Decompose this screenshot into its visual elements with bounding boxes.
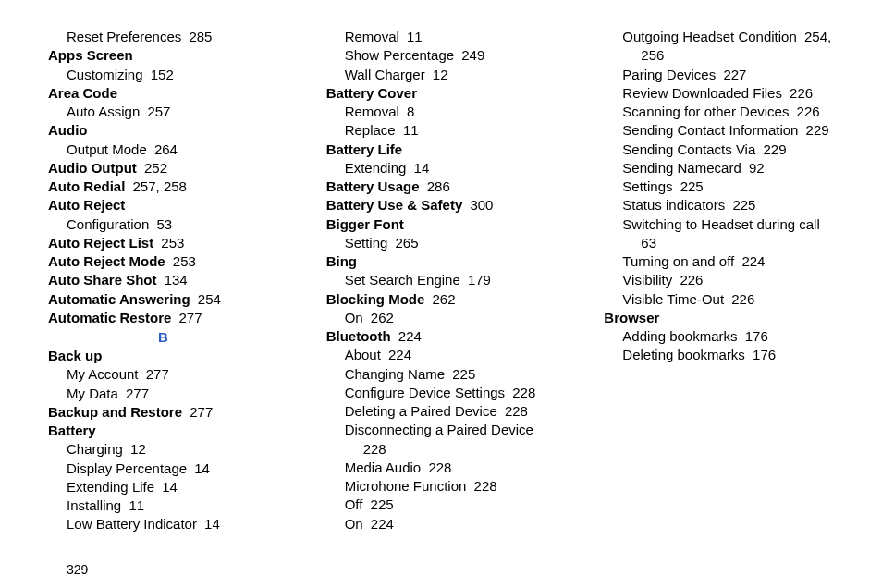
index-subentry: Paring Devices 227 [604, 66, 834, 84]
index-entry-text: Battery Usage [326, 178, 420, 194]
index-subentry: 256 [604, 46, 834, 65]
index-entry-text: Display Percentage [67, 460, 187, 476]
index-term: Auto Reject Mode 253 [48, 252, 278, 271]
index-page-ref: 8 [407, 104, 414, 119]
index-subentry: My Account 277 [48, 365, 278, 384]
index-page-ref: 262 [371, 310, 394, 325]
index-page-ref: 14 [194, 460, 210, 476]
index-page-ref: 224 [388, 347, 411, 362]
index-subentry: Deleting a Paired Device 228 [326, 402, 557, 421]
index-page-ref: 179 [468, 272, 491, 288]
index-term: Battery [48, 422, 278, 440]
index-term: Auto Share Shot 134 [48, 271, 278, 289]
index-subentry: Installing 11 [48, 496, 278, 515]
index-page-ref: 226 [731, 291, 754, 307]
index-page-ref: 225 [371, 496, 394, 512]
index-page-ref: 262 [433, 291, 456, 307]
index-page-ref: 11 [129, 497, 144, 513]
index-entry-text: Auto Reject [48, 197, 125, 213]
index-page-ref: 53 [156, 216, 172, 232]
index-page: Reset Preferences 285Apps ScreenCustomiz… [0, 0, 882, 542]
index-subentry: Charging 12 [48, 440, 278, 459]
index-subentry: Review Downloaded Files 226 [604, 84, 834, 103]
index-entry-text: Reset Preferences [67, 29, 181, 44]
index-entry-text: Changing Name [345, 366, 445, 382]
index-subentry: Customizing 152 [48, 66, 278, 84]
index-entry-text: Battery Use & Safety [326, 197, 463, 213]
index-page-ref: 277 [179, 310, 202, 325]
index-subentry: Sending Namecard 92 [604, 159, 834, 178]
index-term: Browser [604, 309, 834, 327]
index-entry-text: Automatic Restore [48, 310, 171, 325]
index-entry-text: On [345, 310, 363, 325]
index-page-ref: 253 [173, 253, 196, 269]
index-term: Auto Reject List 253 [48, 234, 278, 252]
index-entry-text: Media Audio [345, 459, 422, 475]
index-page-ref: 286 [427, 178, 450, 194]
index-page-ref: 228 [363, 441, 386, 457]
index-term: Backup and Restore 277 [48, 403, 278, 422]
index-subentry: Replace 11 [326, 121, 557, 140]
index-entry-text: Settings [622, 178, 672, 194]
index-entry-text: Output Mode [67, 141, 147, 157]
index-subentry: Settings 225 [604, 178, 834, 196]
index-page-ref: 300 [470, 197, 493, 213]
index-term: Bing [326, 252, 557, 271]
index-entry-text: Adding bookmarks [622, 328, 737, 344]
index-page-ref: 228 [428, 459, 451, 475]
index-subentry: Configuration 53 [48, 215, 278, 234]
index-subentry: Adding bookmarks 176 [604, 327, 834, 346]
index-entry-text: Visible Time-Out [622, 291, 724, 307]
index-page-ref: 254 [198, 291, 221, 307]
index-entry-text: Microhone Function [345, 478, 467, 494]
index-subentry: Auto Assign 257 [48, 103, 278, 121]
index-subentry: Microhone Function 228 [326, 477, 557, 496]
index-term: Audio [48, 121, 278, 140]
index-subentry: Visible Time-Out 226 [604, 290, 834, 309]
index-subentry: About 224 [326, 346, 557, 364]
index-term: Bluetooth 224 [326, 327, 557, 346]
index-entry-text: Battery Cover [326, 85, 417, 101]
index-page-ref: 285 [189, 29, 212, 44]
index-term: Battery Use & Safety 300 [326, 196, 557, 214]
index-entry-text: Blocking Mode [326, 291, 425, 307]
index-entry-text: Switching to Headset during call [622, 216, 819, 232]
index-subentry: Disconnecting a Paired Device [326, 421, 557, 439]
index-page-ref: 12 [433, 67, 448, 82]
index-subentry: Show Percentage 249 [326, 46, 557, 65]
index-subentry: 63 [604, 234, 834, 252]
index-entry-text: Automatic Answering [48, 291, 190, 307]
index-entry-text: Replace [345, 122, 396, 138]
index-entry-text: Turning on and off [622, 253, 734, 269]
index-subentry: Reset Preferences 285 [48, 28, 278, 46]
index-subentry: Media Audio 228 [326, 459, 557, 477]
index-page-ref: 277 [126, 386, 149, 401]
index-entry-text: Browser [604, 310, 659, 325]
index-term: Automatic Restore 277 [48, 309, 278, 327]
index-page-ref: 176 [753, 347, 776, 362]
index-term: Battery Life [326, 141, 557, 159]
index-entry-text: Auto Assign [67, 104, 140, 119]
index-entry-text: Apps Screen [48, 47, 133, 63]
index-page-ref: 224 [371, 516, 394, 532]
index-entry-text: Bluetooth [326, 328, 391, 344]
index-page-ref: 257, 258 [133, 178, 187, 194]
index-page-ref: 14 [162, 479, 178, 495]
index-page-ref: 277 [146, 366, 169, 382]
index-subentry: Extending Life 14 [48, 478, 278, 496]
index-entry-text: Auto Reject Mode [48, 253, 165, 269]
index-entry-text: Bing [326, 253, 357, 269]
index-subentry: Setting 265 [326, 234, 557, 252]
index-term: Bigger Font [326, 215, 557, 234]
index-term: Battery Usage 286 [326, 178, 557, 196]
index-page-ref: 176 [745, 328, 768, 344]
index-subentry: Off 225 [326, 496, 557, 514]
index-entry-text: Low Battery Indicator [67, 516, 197, 532]
index-entry-text: Sending Contact Information [622, 122, 798, 138]
index-entry-text: Scanning for other Devices [622, 104, 789, 119]
index-entry-text: Status indicators [622, 197, 725, 213]
index-term: Auto Redial 257, 258 [48, 178, 278, 196]
index-entry-text: Extending [345, 160, 407, 176]
index-page-ref: 63 [641, 235, 656, 251]
index-entry-text: Disconnecting a Paired Device [345, 422, 533, 437]
